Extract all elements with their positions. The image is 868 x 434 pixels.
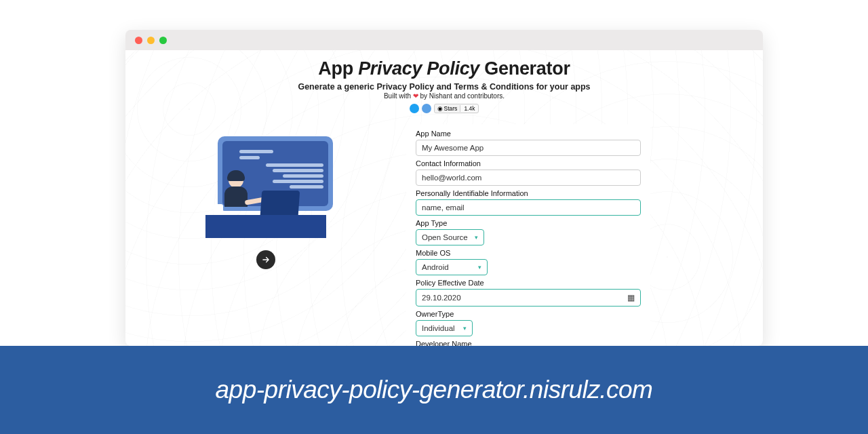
calendar-icon: ▦ <box>627 293 635 302</box>
chevron-down-icon: ▾ <box>475 234 478 241</box>
main-body: App Name Contact Information Personally … <box>125 120 763 346</box>
maximize-icon[interactable] <box>159 37 167 44</box>
label-contact: Contact Information <box>416 159 641 167</box>
select-mobile-os-value: Android <box>422 263 449 271</box>
code-line-icon <box>239 156 260 159</box>
select-app-type-value: Open Source <box>422 233 468 241</box>
input-contact[interactable] <box>416 170 641 186</box>
field-effective-date: Policy Effective Date 29.10.2020 ▦ <box>416 279 641 307</box>
input-effective-date[interactable]: 29.10.2020 ▦ <box>416 289 641 307</box>
select-owner-type-value: Individual <box>422 324 455 332</box>
select-owner-type[interactable]: Individual ▾ <box>416 320 473 336</box>
field-app-name: App Name <box>416 130 641 156</box>
label-pii: Personally Identifiable Information <box>416 189 641 197</box>
form-column: App Name Contact Information Personally … <box>406 120 763 346</box>
producthunt-icon[interactable] <box>422 104 431 113</box>
page-byline: Built with ❤ by Nishant and contributors… <box>125 92 763 100</box>
illustration-column <box>125 120 406 346</box>
byline-pre: Built with <box>384 92 413 100</box>
chevron-down-icon: ▾ <box>478 264 481 271</box>
laptop-shape <box>260 191 300 215</box>
title-post: Generator <box>479 58 570 79</box>
gh-stars-label: Stars <box>444 105 458 112</box>
input-pii[interactable] <box>416 199 641 216</box>
title-pre: App <box>318 58 358 79</box>
person-hair <box>227 170 245 181</box>
footer-url: app-privacy-policy-generator.nisrulz.com <box>216 376 653 404</box>
form-card: App Name Contact Information Personally … <box>406 124 650 346</box>
person-body <box>224 186 248 207</box>
date-value: 29.10.2020 <box>422 294 461 302</box>
label-dev-name: Developer Name <box>416 340 641 346</box>
code-line-icon <box>273 169 323 172</box>
desk-shape <box>205 215 326 238</box>
window-title-bar <box>125 30 763 50</box>
code-line-icon <box>266 163 323 167</box>
field-app-type: App Type Open Source ▾ <box>416 219 641 245</box>
page-subtitle: Generate a generic Privacy Policy and Te… <box>125 82 763 92</box>
code-line-icon <box>290 185 323 189</box>
label-app-name: App Name <box>416 130 641 138</box>
footer-banner: app-privacy-policy-generator.nisrulz.com <box>0 346 868 434</box>
select-app-type[interactable]: Open Source ▾ <box>416 229 484 245</box>
field-dev-name: Developer Name <box>416 340 641 346</box>
minimize-icon[interactable] <box>147 37 155 44</box>
heart-icon: ❤ <box>413 92 418 100</box>
select-mobile-os[interactable]: Android ▾ <box>416 259 488 275</box>
developer-illustration <box>199 136 333 238</box>
arrow-right-icon <box>261 255 271 264</box>
title-italic: Privacy Policy <box>358 58 479 79</box>
twitter-icon[interactable] <box>410 104 419 113</box>
browser-window: App Privacy Policy Generator Generate a … <box>125 30 763 346</box>
field-mobile-os: Mobile OS Android ▾ <box>416 249 641 275</box>
close-icon[interactable] <box>135 37 142 44</box>
chevron-down-icon: ▾ <box>463 325 467 332</box>
next-button[interactable] <box>256 250 275 269</box>
field-pii: Personally Identifiable Information <box>416 189 641 216</box>
byline-post: by Nishant and contributors. <box>418 92 505 100</box>
input-app-name[interactable] <box>416 140 641 156</box>
label-app-type: App Type <box>416 219 641 227</box>
page-title: App Privacy Policy Generator <box>125 58 763 79</box>
page-content: App Privacy Policy Generator Generate a … <box>125 50 763 346</box>
gh-stars-count: 1.4k <box>460 105 478 112</box>
label-owner-type: OwnerType <box>416 310 641 318</box>
github-stars-badge[interactable]: ◉Stars 1.4k <box>434 104 479 113</box>
field-contact: Contact Information <box>416 159 641 186</box>
field-owner-type: OwnerType Individual ▾ <box>416 310 641 336</box>
github-icon: ◉ <box>437 105 443 112</box>
code-line-icon <box>273 180 323 183</box>
code-line-icon <box>283 174 323 178</box>
code-line-icon <box>239 150 273 153</box>
page-header: App Privacy Policy Generator Generate a … <box>125 58 763 113</box>
label-effective-date: Policy Effective Date <box>416 279 641 287</box>
social-badges: ◉Stars 1.4k <box>125 104 763 113</box>
mug-icon <box>214 204 223 214</box>
label-mobile-os: Mobile OS <box>416 249 641 257</box>
